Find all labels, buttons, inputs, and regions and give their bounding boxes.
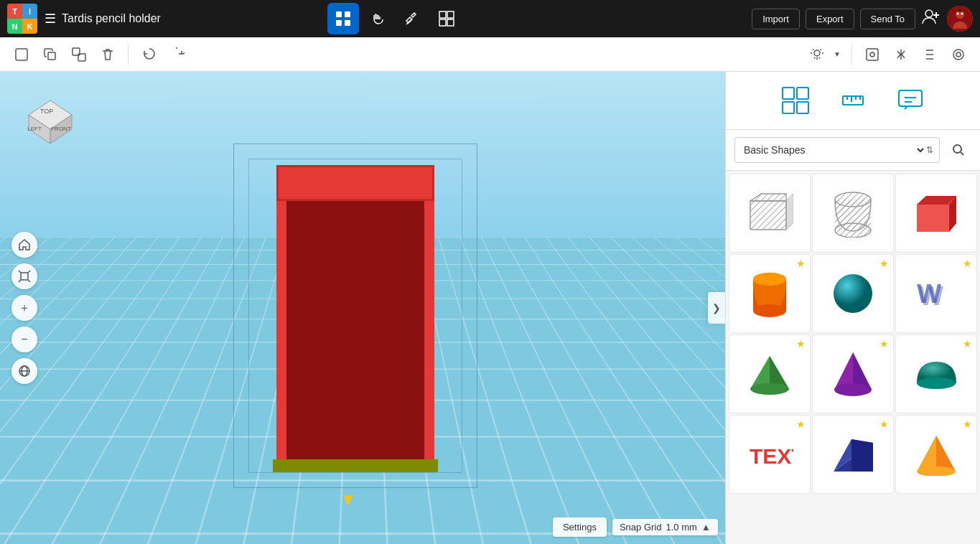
shape-cone-purple-visual (828, 349, 878, 399)
svg-point-53 (753, 273, 786, 286)
right-panel: Basic Shapes ⇅ (725, 72, 980, 544)
shape-text-flat[interactable]: ★ TEXT (729, 415, 811, 494)
hand-btn[interactable] (362, 3, 393, 34)
svg-point-21 (956, 52, 961, 57)
half-sphere-star[interactable]: ★ (963, 339, 972, 349)
svg-rect-7 (447, 19, 454, 26)
text-flat-star[interactable]: ★ (796, 419, 806, 429)
svg-rect-2 (336, 20, 342, 26)
toolbar-sep-2 (851, 44, 852, 65)
panel-shapes-btn[interactable] (774, 80, 817, 121)
duplicate-btn[interactable] (66, 42, 92, 67)
shape-cylinder-visual (745, 268, 795, 319)
menu-icon[interactable]: ☰ (45, 11, 56, 27)
shape-text3d[interactable]: ★ W W (895, 254, 977, 333)
pyramid-green-star[interactable]: ★ (796, 339, 806, 349)
cone-purple-star[interactable]: ★ (879, 339, 889, 349)
snap-up-btn[interactable]: ▲ (701, 522, 711, 533)
sphere-star[interactable]: ★ (879, 258, 889, 268)
shape-pyramid-green[interactable]: ★ (729, 334, 811, 413)
zoom-in-btn[interactable]: ＋ (11, 295, 37, 321)
undo-btn[interactable] (136, 42, 162, 67)
box-top (276, 165, 434, 201)
viewport[interactable]: TOP LEFT FRONT ＋ − (0, 72, 725, 544)
svg-point-19 (870, 52, 874, 57)
svg-marker-67 (851, 439, 873, 472)
object-area: ▼ (233, 144, 492, 517)
cylinder-star[interactable]: ★ (796, 258, 806, 268)
svg-rect-4 (439, 11, 446, 18)
box-pillar-right (424, 201, 434, 466)
box-base (273, 459, 438, 472)
box-body (284, 179, 427, 459)
shape-half-sphere[interactable]: ★ (895, 334, 977, 413)
logo-k: K (22, 19, 37, 34)
fit-view-btn[interactable] (11, 263, 37, 289)
tools-btn[interactable] (396, 3, 428, 34)
shape-pyramid-yellow[interactable]: ★ (895, 415, 977, 494)
svg-marker-41 (786, 194, 793, 230)
svg-point-12 (961, 13, 963, 15)
shape-category-select[interactable]: Basic Shapes (741, 144, 926, 156)
copy-btn[interactable] (37, 42, 63, 67)
align-btn[interactable] (917, 42, 943, 67)
shape-pyramid-green-visual (745, 349, 795, 399)
svg-text:LEFT: LEFT (27, 126, 42, 132)
svg-text:W: W (919, 281, 943, 311)
send-to-btn[interactable]: Send To (860, 9, 915, 29)
zoom-out-btn[interactable]: − (11, 327, 37, 352)
shape-hole-cylinder[interactable] (812, 174, 894, 253)
shape-text-flat-visual: TEXT (745, 429, 795, 479)
topbar-title-area: ☰ Tardis pencil holder (45, 11, 320, 27)
light-group: ▼ (804, 42, 844, 67)
svg-point-17 (814, 50, 820, 56)
shape-wedge-visual (828, 429, 878, 479)
shape-pyramid-yellow-visual (911, 429, 961, 479)
avatar[interactable] (947, 6, 973, 32)
svg-rect-5 (447, 11, 454, 18)
pyramid-yellow-star[interactable]: ★ (963, 419, 972, 429)
view-cube[interactable]: TOP LEFT FRONT (14, 86, 79, 151)
svg-rect-0 (336, 11, 342, 17)
blocks-btn[interactable] (431, 3, 462, 34)
svg-rect-14 (48, 52, 55, 60)
svg-marker-40 (750, 194, 786, 201)
home-view-btn[interactable] (11, 232, 37, 258)
shape-hole-box[interactable] (729, 174, 811, 253)
search-bar: Basic Shapes ⇅ (726, 130, 980, 171)
export-btn[interactable]: Export (806, 9, 854, 29)
snap-btn[interactable] (859, 42, 885, 67)
delete-btn[interactable] (95, 42, 121, 67)
panel-comment-btn[interactable] (889, 80, 932, 121)
logo[interactable]: T I N K (7, 4, 37, 34)
svg-point-62 (834, 383, 872, 396)
shape-cylinder[interactable]: ★ (729, 254, 811, 333)
bottom-bar: Settings Snap Grid 1.0 mm ▲ (553, 517, 718, 537)
light-dropdown-btn[interactable]: ▼ (830, 42, 844, 67)
grid-view-btn[interactable] (327, 3, 359, 34)
wedge-star[interactable]: ★ (879, 419, 889, 429)
shapes-grid: ★ ★ (726, 171, 980, 544)
logo-t: T (7, 4, 22, 19)
shape-cone-purple[interactable]: ★ (812, 334, 894, 413)
edge-arrow[interactable]: ❯ (708, 292, 725, 324)
svg-marker-69 (936, 436, 956, 472)
import-btn[interactable]: Import (752, 9, 800, 29)
shape-wedge[interactable]: ★ (812, 415, 894, 494)
shape-sphere[interactable]: ★ (812, 254, 894, 333)
perspective-btn[interactable] (11, 358, 37, 384)
group-btn[interactable] (946, 42, 971, 67)
panel-ruler-btn[interactable] (831, 80, 874, 121)
text3d-star[interactable]: ★ (963, 258, 972, 268)
logo-n: N (7, 19, 22, 34)
svg-rect-32 (797, 88, 808, 99)
light-btn[interactable] (804, 42, 830, 67)
redo-btn[interactable] (164, 42, 190, 67)
settings-btn[interactable]: Settings (553, 517, 607, 537)
add-person-btn[interactable] (921, 6, 941, 31)
mirror-btn[interactable] (888, 42, 914, 67)
search-btn[interactable] (946, 137, 971, 163)
shape-box[interactable] (895, 174, 977, 253)
new-shape-btn[interactable] (9, 42, 34, 67)
svg-point-54 (834, 274, 872, 313)
